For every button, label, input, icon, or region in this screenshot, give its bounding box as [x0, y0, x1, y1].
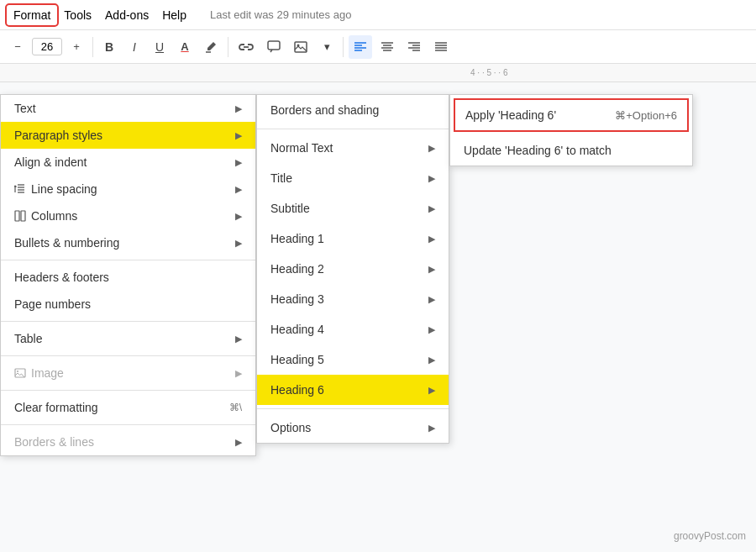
align-center-button[interactable] [375, 35, 399, 59]
menu-item-apply-heading6[interactable]: Apply 'Heading 6' ⌘+Option+6 [454, 98, 689, 132]
font-size-input[interactable] [32, 38, 62, 55]
chevron-right-icon: ▶ [235, 184, 242, 195]
svg-point-27 [17, 371, 18, 372]
menubar-format[interactable]: Format [7, 5, 57, 25]
divider-1 [92, 37, 93, 57]
highlight-button[interactable] [199, 35, 223, 59]
chevron-right-icon: ▶ [235, 334, 242, 344]
align-left-icon [354, 41, 367, 53]
last-edit-text: Last edit was 29 minutes ago [210, 8, 351, 21]
separator-4 [1, 390, 255, 391]
bold-button[interactable]: B [98, 35, 120, 59]
menu-item-heading3[interactable]: Heading 3 ▶ [257, 284, 449, 314]
menu-item-update-heading6[interactable]: Update 'Heading 6' to match [450, 135, 692, 166]
toolbar: − + B I U A ▾ [0, 30, 756, 64]
menu-item-heading6[interactable]: Heading 6 ▶ [257, 375, 449, 405]
align-center-icon [381, 41, 394, 53]
menu-item-heading5[interactable]: Heading 5 ▶ [257, 344, 449, 375]
chevron-right-icon: ▶ [428, 385, 435, 396]
menu-item-clear-formatting[interactable]: Clear formatting ⌘\ [1, 394, 255, 421]
paragraph-styles-dropdown: Borders and shading Normal Text ▶ Title … [256, 94, 449, 444]
highlight-icon [204, 40, 218, 54]
menu-item-borders-lines: Borders & lines ▶ [1, 428, 255, 455]
image-icon [294, 41, 307, 53]
image-menu-icon [14, 368, 26, 378]
italic-button[interactable]: I [123, 35, 145, 59]
chevron-right-icon: ▶ [235, 368, 242, 379]
menu-item-title[interactable]: Title ▶ [257, 163, 449, 193]
align-justify-icon [434, 41, 448, 53]
format-dropdown: Text ▶ Paragraph styles ▶ Align & indent… [0, 94, 256, 456]
align-right-button[interactable] [402, 35, 426, 59]
underline-button[interactable]: U [149, 35, 171, 59]
menubar-tools[interactable]: Tools [57, 5, 98, 25]
svg-rect-1 [268, 41, 280, 50]
chevron-right-icon: ▶ [235, 103, 242, 114]
menu-item-page-numbers[interactable]: Page numbers [1, 291, 255, 318]
menu-item-normal-text[interactable]: Normal Text ▶ [257, 133, 449, 163]
watermark-text: groovyPost.com [674, 530, 746, 542]
font-size-minus[interactable]: − [7, 35, 29, 59]
menu-item-options[interactable]: Options ▶ [257, 413, 449, 443]
clear-formatting-shortcut: ⌘\ [229, 402, 242, 413]
menu-item-align-indent[interactable]: Align & indent ▶ [1, 149, 255, 176]
separator-5 [1, 424, 255, 425]
chevron-right-icon: ▶ [428, 203, 435, 214]
svg-rect-24 [15, 211, 19, 221]
menu-item-text[interactable]: Text ▶ [1, 95, 255, 122]
menu-item-columns[interactable]: Columns ▶ [1, 202, 255, 229]
menu-item-heading2[interactable]: Heading 2 ▶ [257, 254, 449, 284]
ruler-marks: 4 · · 5 · · 6 [470, 68, 507, 77]
separator-3 [1, 355, 255, 356]
separator-l2-0 [257, 129, 449, 129]
chevron-right-icon: ▶ [428, 143, 435, 154]
separator-l2-1 [257, 408, 449, 409]
chevron-right-icon: ▶ [428, 423, 435, 434]
menu-item-line-spacing[interactable]: Line spacing ▶ [1, 176, 255, 202]
main-area: 4 · · 5 · · 6 Text ▶ Paragraph styles ▶ … [0, 64, 756, 552]
menubar-help[interactable]: Help [155, 5, 193, 25]
link-icon [239, 41, 254, 53]
chevron-right-icon: ▶ [428, 294, 435, 305]
chevron-right-icon: ▶ [235, 238, 242, 249]
separator-1 [1, 260, 255, 260]
chevron-right-icon: ▶ [428, 264, 435, 275]
chevron-right-icon: ▶ [235, 211, 242, 222]
menu-item-heading1[interactable]: Heading 1 ▶ [257, 223, 449, 254]
chevron-right-icon: ▶ [428, 324, 435, 335]
svg-rect-25 [21, 211, 25, 221]
comment-icon [267, 40, 281, 54]
menu-item-heading4[interactable]: Heading 4 ▶ [257, 314, 449, 344]
columns-icon [14, 210, 26, 222]
divider-2 [228, 37, 228, 57]
link-button[interactable] [234, 35, 259, 59]
align-left-button[interactable] [349, 35, 372, 59]
line-spacing-icon [14, 183, 26, 195]
menubar-addons[interactable]: Add-ons [98, 5, 155, 25]
divider-3 [343, 37, 344, 57]
comment-button[interactable] [262, 35, 286, 59]
chevron-right-icon: ▶ [235, 437, 242, 448]
menu-item-subtitle[interactable]: Subtitle ▶ [257, 193, 449, 223]
menu-item-headers-footers[interactable]: Headers & footers [1, 264, 255, 291]
menu-item-image[interactable]: Image ▶ [1, 360, 255, 386]
menu-item-table[interactable]: Table ▶ [1, 325, 255, 352]
menu-item-paragraph-styles[interactable]: Paragraph styles ▶ [1, 122, 255, 149]
image-dropdown-button[interactable]: ▾ [316, 35, 338, 59]
chevron-right-icon: ▶ [428, 234, 435, 244]
separator-2 [1, 321, 255, 322]
chevron-right-icon: ▶ [235, 130, 242, 141]
chevron-right-icon: ▶ [235, 157, 242, 168]
ruler: 4 · · 5 · · 6 [0, 64, 756, 82]
font-size-plus[interactable]: + [66, 35, 87, 59]
font-color-button[interactable]: A [174, 35, 196, 59]
image-button[interactable] [289, 35, 312, 59]
align-right-icon [407, 41, 421, 53]
apply-heading6-shortcut: ⌘+Option+6 [615, 109, 677, 122]
svg-rect-2 [295, 42, 307, 52]
menu-item-bullets-numbering[interactable]: Bullets & numbering ▶ [1, 229, 255, 256]
menu-item-borders-shading[interactable]: Borders and shading [257, 95, 449, 125]
chevron-right-icon: ▶ [428, 173, 435, 184]
heading6-dropdown: Apply 'Heading 6' ⌘+Option+6 Update 'Hea… [449, 94, 693, 166]
align-justify-button[interactable] [429, 35, 453, 59]
